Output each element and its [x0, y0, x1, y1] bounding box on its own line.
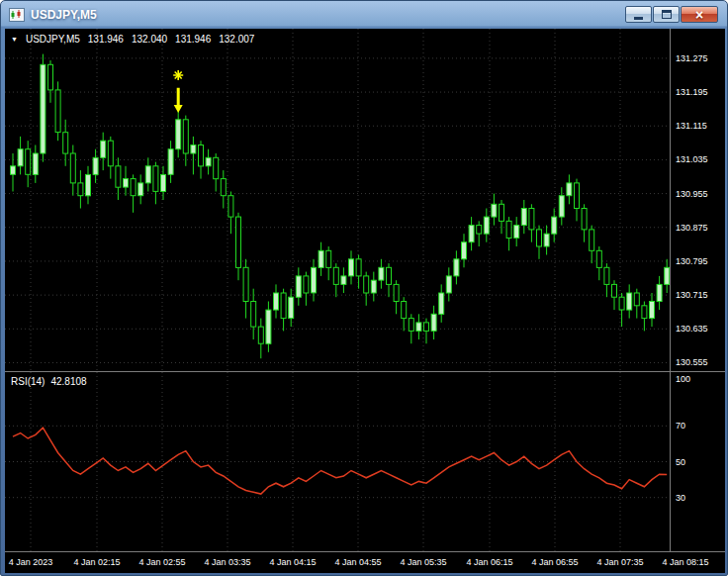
price-axis-label: 131.115 — [676, 121, 707, 131]
rsi-current-value: 42.8108 — [50, 376, 86, 387]
bull-candle — [416, 323, 421, 332]
bear-candle — [131, 179, 136, 196]
bear-candle — [537, 230, 542, 246]
close-button[interactable]: × — [681, 6, 718, 23]
bull-candle — [552, 217, 557, 234]
time-axis-label: 4 Jan 06:55 — [531, 557, 578, 567]
bull-candle — [176, 120, 181, 149]
bear-candle — [243, 267, 248, 301]
time-axis-label: 4 Jan 03:35 — [204, 557, 250, 567]
time-axis-label: 4 Jan 04:55 — [334, 557, 381, 567]
bear-candle — [55, 90, 60, 133]
bull-candle — [124, 179, 129, 188]
bear-candle — [221, 179, 226, 196]
bull-candle — [101, 141, 106, 157]
bull-candle — [454, 259, 459, 276]
candlestick-chart[interactable] — [5, 29, 670, 371]
rsi-label: RSI(14) — [11, 376, 45, 387]
bear-candle — [258, 327, 263, 343]
time-axis-label: 4 Jan 06:15 — [466, 557, 512, 567]
close-icon: × — [695, 8, 703, 22]
bear-candle — [304, 276, 309, 293]
time-axis-label: 4 Jan 2023 — [9, 557, 53, 567]
time-axis-label: 4 Jan 04:15 — [269, 557, 316, 567]
rsi-axis-label: 50 — [676, 457, 685, 467]
bull-candle — [138, 183, 143, 196]
bull-candle — [206, 157, 211, 166]
bear-candle — [26, 149, 31, 175]
window-titlebar[interactable]: USDJPY,M5 × — [1, 1, 727, 28]
bear-candle — [612, 284, 617, 297]
bear-candle — [236, 217, 241, 267]
time-axis-label: 4 Jan 08:15 — [662, 557, 708, 567]
rsi-axis-label: 30 — [676, 493, 685, 503]
rsi-indicator-chart[interactable] — [5, 372, 670, 551]
bear-candle — [596, 250, 601, 267]
bull-candle — [484, 217, 489, 234]
bull-candle — [168, 149, 173, 175]
bull-candle — [41, 64, 46, 153]
chart-high-value: 132.040 — [132, 34, 167, 45]
bear-candle — [500, 204, 504, 221]
maximize-button[interactable] — [653, 6, 680, 23]
bear-candle — [356, 259, 361, 276]
bear-candle — [409, 319, 413, 332]
bear-candle — [228, 196, 233, 217]
bull-candle — [341, 276, 346, 285]
minimize-button[interactable] — [625, 6, 652, 23]
chart-symbol-period: USDJPY,M5 — [26, 34, 80, 45]
chart-close-value: 132.007 — [219, 34, 254, 45]
time-axis[interactable]: 4 Jan 20234 Jan 02:154 Jan 02:554 Jan 03… — [5, 551, 725, 573]
bear-candle — [590, 230, 594, 250]
bull-candle — [18, 149, 23, 166]
bull-candle — [657, 284, 662, 301]
price-axis-label: 131.275 — [676, 53, 708, 63]
bull-candle — [11, 166, 16, 175]
bear-candle — [333, 267, 338, 284]
bull-candle — [514, 226, 519, 239]
time-axis-label: 4 Jan 02:15 — [73, 557, 120, 567]
bull-candle — [266, 310, 271, 343]
rsi-axis-label: 70 — [676, 421, 685, 431]
chart-open-value: 131.946 — [88, 34, 124, 45]
chart-info: ▼ USDJPY,M5 131.946 132.040 131.946 132.… — [11, 34, 254, 45]
bull-candle — [145, 166, 150, 183]
window-title: USDJPY,M5 — [31, 8, 97, 22]
bull-candle — [544, 234, 549, 246]
bear-candle — [78, 183, 83, 196]
bull-candle — [650, 302, 655, 319]
bear-candle — [108, 141, 113, 166]
bear-candle — [183, 120, 188, 153]
bull-candle — [492, 204, 497, 217]
price-axis-label: 130.795 — [676, 256, 708, 266]
bear-candle — [604, 267, 609, 284]
maximize-icon — [662, 10, 672, 19]
bear-candle — [582, 209, 587, 230]
marker-star-icon — [173, 70, 183, 80]
bear-candle — [506, 221, 511, 238]
symbol-dropdown-icon[interactable]: ▼ — [11, 35, 18, 45]
bear-candle — [251, 302, 256, 328]
bear-candle — [153, 166, 158, 192]
chart-window: USDJPY,M5 × ▼ USDJPY,M5 131.946 132.040 … — [0, 0, 728, 576]
bear-candle — [529, 209, 534, 230]
bear-candle — [48, 64, 53, 90]
price-axis[interactable]: 131.275131.195131.115131.035130.955130.8… — [670, 29, 725, 551]
bull-candle — [559, 196, 564, 217]
bull-candle — [567, 183, 572, 196]
bull-candle — [86, 174, 91, 195]
bear-candle — [387, 267, 392, 284]
bear-candle — [634, 293, 639, 306]
bull-candle — [93, 157, 98, 174]
bear-candle — [642, 306, 647, 319]
price-axis-label: 131.035 — [676, 154, 708, 164]
bull-candle — [161, 174, 166, 191]
chart-client-area: ▼ USDJPY,M5 131.946 132.040 131.946 132.… — [5, 29, 725, 573]
bear-candle — [619, 297, 624, 310]
bull-candle — [446, 276, 451, 293]
bear-candle — [326, 250, 331, 267]
rsi-axis-label: 100 — [676, 374, 690, 384]
bull-candle — [191, 145, 196, 154]
bull-candle — [349, 259, 354, 276]
bull-candle — [439, 293, 444, 314]
